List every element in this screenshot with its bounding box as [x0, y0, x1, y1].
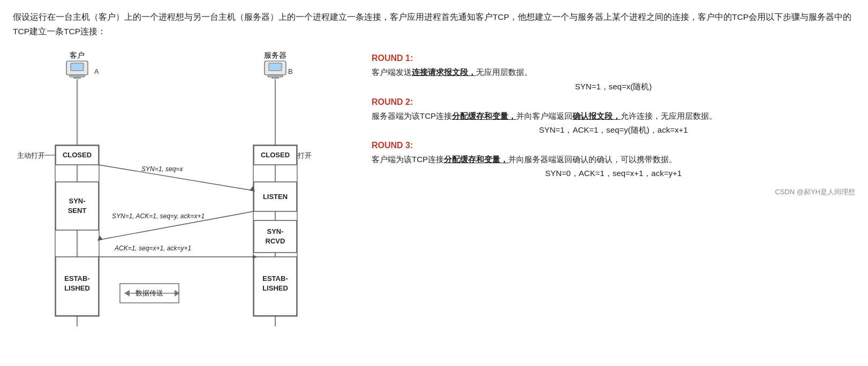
- svg-rect-19: [254, 220, 297, 253]
- svg-rect-1: [71, 63, 84, 71]
- svg-marker-24: [97, 235, 103, 241]
- round2-bold1: 分配缓存和变量，: [452, 111, 516, 120]
- client-node-label: A: [94, 67, 99, 75]
- tcp-diagram: 客户 A 服务器 B 主动打开: [13, 48, 356, 332]
- explanation-area: ROUND 1: 客户端发送连接请求报文段，无应用层数据。 SYN=1，seq=…: [356, 48, 855, 333]
- arrow3-label: ACK=1, seq=x+1, ack=y+1: [114, 245, 191, 252]
- arrow2-label: SYN=1, ACK=1, seq=y, ack=x+1: [112, 212, 205, 220]
- state-syn-sent: SYN-: [69, 197, 85, 205]
- round2-text3: 允许连接，无应用层数据。: [621, 111, 717, 120]
- state-listen: LISTEN: [263, 193, 288, 201]
- state-closed-left: CLOSED: [63, 151, 92, 159]
- diagram-area: 客户 A 服务器 B 主动打开: [13, 48, 356, 333]
- round1-formula: SYN=1，seq=x(随机): [372, 82, 855, 92]
- round3-formula: SYN=0，ACK=1，seq=x+1，ack=y+1: [372, 169, 855, 179]
- state-estab-left: ESTAB-: [64, 274, 89, 283]
- state-syn-rcvd: SYN-: [267, 227, 283, 235]
- round2-bold2: 确认报文段，: [572, 111, 621, 120]
- round2-text2: 并向客户端返回: [516, 111, 572, 120]
- state-estab-right2: LISHED: [262, 284, 288, 292]
- main-content: 客户 A 服务器 B 主动打开: [13, 48, 855, 333]
- state-closed-right: CLOSED: [261, 151, 290, 159]
- state-syn-sent2: SENT: [68, 207, 87, 215]
- svg-rect-15: [56, 182, 99, 230]
- state-estab-right: ESTAB-: [262, 274, 288, 283]
- intro-text: 假设运行在一台主机（客户）上的一个进程想与另一台主机（服务器）上的一个进程建立一…: [13, 10, 855, 39]
- round1-bold: 连接请求报文段，: [412, 67, 476, 77]
- data-transfer-label: 数据传送: [135, 289, 163, 297]
- svg-rect-3: [73, 77, 81, 79]
- round2-text1: 服务器端为该TCP连接: [372, 111, 452, 120]
- round1-text2: 无应用层数据。: [476, 67, 532, 77]
- server-label: 服务器: [264, 51, 286, 59]
- round2-title: ROUND 2:: [372, 97, 855, 107]
- round1-title: ROUND 1:: [372, 54, 855, 63]
- svg-rect-6: [268, 75, 283, 77]
- svg-rect-5: [269, 63, 282, 71]
- round3-bold1: 分配缓存和变量，: [444, 155, 508, 164]
- round2-formula: SYN=1，ACK=1，seq=y(随机)，ack=x+1: [372, 125, 855, 135]
- round3-body: 客户端为该TCP连接分配缓存和变量，并向服务器端返回确认的确认，可以携带数据。: [372, 152, 855, 166]
- state-syn-rcvd2: RCVD: [266, 237, 285, 245]
- svg-rect-7: [271, 77, 279, 79]
- svg-rect-2: [70, 75, 85, 77]
- round2-body: 服务器端为该TCP连接分配缓存和变量，并向客户端返回确认报文段，允许连接，无应用…: [372, 109, 855, 123]
- round3-title: ROUND 3:: [372, 141, 855, 150]
- round1-body: 客户端发送连接请求报文段，无应用层数据。: [372, 65, 855, 79]
- active-open-label: 主动打开: [17, 151, 45, 159]
- client-label: 客户: [70, 51, 85, 59]
- arrow1-label: SYN=1, seq=x: [141, 165, 183, 173]
- state-estab-left2: LISHED: [64, 284, 90, 292]
- round1-text1: 客户端发送: [372, 67, 412, 77]
- server-node-label: B: [288, 67, 293, 75]
- round3-text2: 并向服务器端返回确认的确认，可以携带数据。: [508, 155, 677, 164]
- round3-text1: 客户端为该TCP连接: [372, 155, 444, 164]
- footer: CSDN @郝YH是人间理想: [372, 187, 855, 197]
